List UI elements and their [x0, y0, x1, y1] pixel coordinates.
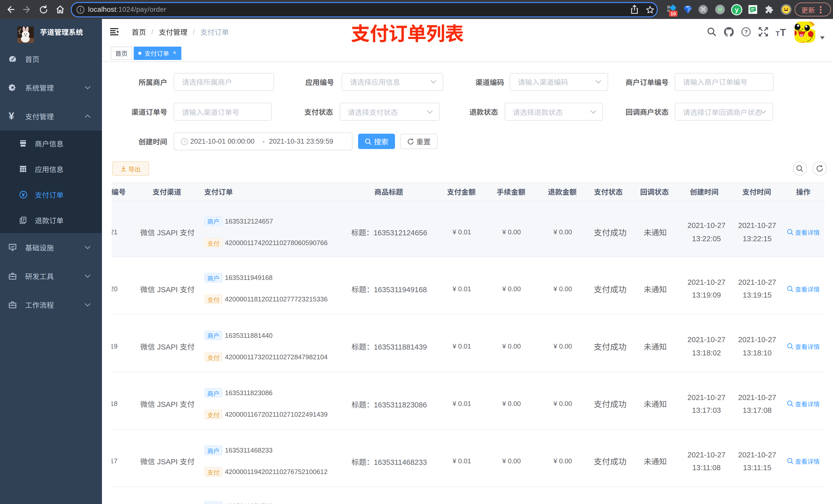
svg-text:y: y — [735, 6, 739, 13]
svg-text:10: 10 — [671, 11, 676, 16]
svg-text:⌘: ⌘ — [700, 6, 706, 13]
svg-text:T: T — [776, 29, 780, 36]
svg-text:?: ? — [744, 29, 747, 35]
svg-text:T: T — [780, 27, 786, 36]
